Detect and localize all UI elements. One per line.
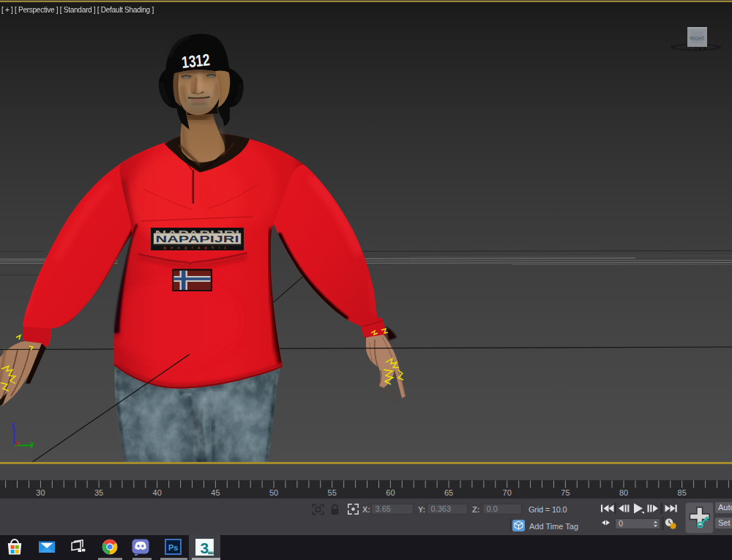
svg-text:1312: 1312: [181, 51, 211, 72]
svg-text:MAX: MAX: [208, 551, 214, 555]
svg-text:x: x: [15, 439, 20, 447]
svg-text:0: 0: [619, 519, 623, 528]
svg-text:z: z: [11, 421, 15, 429]
svg-text:RIGHT: RIGHT: [690, 36, 704, 41]
svg-text:geographic: geographic: [163, 245, 231, 250]
svg-text:NAPAPIJRI: NAPAPIJRI: [156, 234, 239, 244]
svg-text:y: y: [30, 440, 34, 448]
svg-text:Ps: Ps: [168, 543, 178, 552]
